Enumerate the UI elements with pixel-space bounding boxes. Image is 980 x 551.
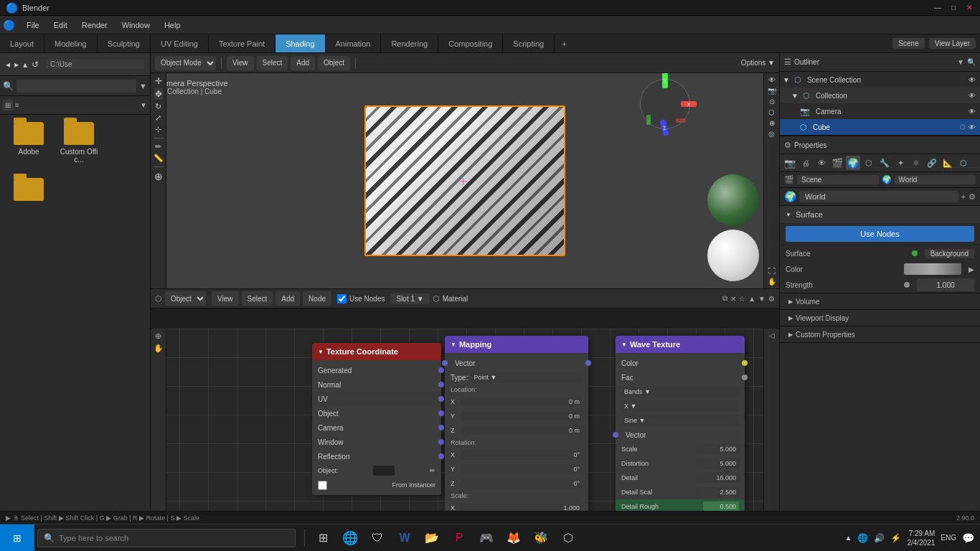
filter-icon[interactable]: ▼ xyxy=(139,82,147,90)
tc-from-instancer[interactable]: From Instancer xyxy=(312,478,441,492)
world-name-label[interactable]: World xyxy=(799,191,958,202)
menu-file[interactable]: File xyxy=(21,19,45,31)
node-mapping[interactable]: ▼ Mapping Vector Type: Point ▼ Location: xyxy=(445,336,588,524)
node-texture-coordinate[interactable]: ▼ Texture Coordinate Generated Normal UV xyxy=(312,343,441,495)
wt-collapse-icon[interactable]: ▼ xyxy=(621,342,627,348)
menu-window[interactable]: Window xyxy=(116,19,156,31)
add-btn[interactable]: Add xyxy=(291,56,315,70)
tab-add[interactable]: + xyxy=(555,37,573,51)
scene-value[interactable]: Scene xyxy=(797,175,879,184)
pi-mat-icon[interactable]: ⬡ xyxy=(956,156,971,170)
render-icon[interactable]: ⬡ xyxy=(768,108,775,116)
cam-eye-icon[interactable]: 👁 xyxy=(969,108,976,116)
search-input[interactable] xyxy=(17,80,136,93)
view-layer-selector[interactable]: View Layer xyxy=(929,38,976,49)
world-settings-icon[interactable]: ⚙ xyxy=(969,192,976,202)
annotate-icon[interactable]: ✏ xyxy=(155,142,161,151)
tree-cube[interactable]: ⬡ Cube ⬡ 👁 xyxy=(780,119,980,135)
taskbar-icon-game[interactable]: 🎮 xyxy=(474,524,499,552)
color-swatch[interactable] xyxy=(904,263,961,275)
copy-icon[interactable]: ⧉ xyxy=(722,294,727,303)
node-object-dropdown[interactable]: Object xyxy=(165,291,206,306)
folder-extra[interactable] xyxy=(7,178,50,204)
menu-edit[interactable]: Edit xyxy=(48,19,73,31)
minimize-btn[interactable]: — xyxy=(933,3,943,13)
volume-icon[interactable]: 🔊 xyxy=(874,533,885,543)
slot-dropdown[interactable]: Slot 1 ▼ xyxy=(390,293,429,304)
tab-rendering[interactable]: Rendering xyxy=(381,34,438,52)
pi-scene-icon[interactable]: 🎬 xyxy=(830,156,844,170)
star-icon[interactable]: ☆ xyxy=(739,295,745,303)
pi-world-icon[interactable]: 🌍 xyxy=(846,156,860,170)
sphere-white[interactable] xyxy=(707,230,759,281)
scene-collection-eye-icon[interactable]: 👁 xyxy=(969,76,976,84)
move-icon[interactable]: ✥ xyxy=(154,88,163,100)
ns-zoom-icon[interactable]: ⊕ xyxy=(155,331,161,341)
col-eye-icon[interactable]: 👁 xyxy=(969,92,976,100)
nav-refresh-icon[interactable]: ↺ xyxy=(32,60,39,70)
pi-particles-icon[interactable]: ✦ xyxy=(893,156,908,170)
cube-preview[interactable]: + xyxy=(364,105,565,256)
up-icon[interactable]: ▲ xyxy=(748,295,755,303)
ns-hand-icon[interactable]: ✋ xyxy=(154,344,164,353)
taskbar-icon-powerpoint[interactable]: P xyxy=(447,524,471,552)
pi-data-icon[interactable]: 📐 xyxy=(941,156,955,170)
sphere-icon[interactable]: ⊙ xyxy=(769,98,775,105)
pan-icon[interactable]: ✋ xyxy=(768,278,776,286)
down-icon[interactable]: ▼ xyxy=(758,295,765,303)
tab-shading[interactable]: Shading xyxy=(275,34,325,52)
nav-up-icon[interactable]: ▴ xyxy=(23,60,27,70)
camera2-icon[interactable]: 📷 xyxy=(768,87,776,95)
scale-icon[interactable]: ⤢ xyxy=(155,113,161,123)
search-bar[interactable]: 🔍 Type here to search xyxy=(37,529,296,547)
fullscreen-icon[interactable]: ⛶ xyxy=(768,267,776,275)
mode-dropdown[interactable]: Object Mode xyxy=(155,56,216,70)
folder-custom-offic[interactable]: Custom Offic... xyxy=(57,122,100,164)
cp-header[interactable]: ▶ Custom Properties xyxy=(780,326,980,342)
taskbar-icon-shield[interactable]: 🛡 xyxy=(365,524,390,552)
use-nodes-checkbox[interactable] xyxy=(337,294,347,303)
start-button[interactable]: ⊞ xyxy=(0,524,34,552)
viewport-3d[interactable]: Camera Perspective (1) Collection | Cube… xyxy=(151,73,779,288)
map-collapse-icon[interactable]: ▼ xyxy=(451,342,456,348)
taskbar-icon-fox[interactable]: 🦊 xyxy=(501,524,526,552)
view-list-icon[interactable]: ≡ xyxy=(15,101,19,109)
tab-animation[interactable]: Animation xyxy=(326,34,382,52)
cube-eye-icon[interactable]: 👁 xyxy=(969,123,976,131)
battery-icon[interactable]: ⚡ xyxy=(890,533,901,543)
pi-constraints-icon[interactable]: 🔗 xyxy=(925,156,939,170)
pi-view-icon[interactable]: 👁 xyxy=(814,156,829,170)
surface-header[interactable]: ▼ Surface xyxy=(780,206,980,223)
xray-icon[interactable]: ◎ xyxy=(768,130,775,138)
overlay-icon[interactable]: ⊕ xyxy=(769,119,775,127)
world-value[interactable]: World xyxy=(895,175,976,184)
measure-icon[interactable]: 📏 xyxy=(154,154,164,163)
viewport-gizmo[interactable]: X Y Z xyxy=(640,79,693,132)
tree-camera[interactable]: 📷 Camera 👁 xyxy=(780,103,980,119)
taskbar-icon-chrome[interactable]: 🌐 xyxy=(338,524,362,552)
pi-obj-icon[interactable]: ⬡ xyxy=(862,156,876,170)
tree-collection[interactable]: ▼ ⬡ Collection 👁 xyxy=(780,88,980,103)
pi-render-icon[interactable]: 📷 xyxy=(783,156,797,170)
outliner-filter-icon[interactable]: ▼ xyxy=(957,58,964,66)
tab-compositing[interactable]: Compositing xyxy=(438,34,503,52)
network-icon[interactable]: 🌐 xyxy=(857,533,868,543)
pi-mod-icon[interactable]: 🔧 xyxy=(877,156,892,170)
node-add-btn[interactable]: Add xyxy=(275,291,300,306)
sphere-env[interactable] xyxy=(707,174,759,226)
delete-icon[interactable]: ✕ xyxy=(730,295,736,303)
transform-icon[interactable]: ⊹ xyxy=(155,125,161,134)
rotate-icon[interactable]: ↻ xyxy=(155,102,161,111)
taskbar-icon-files[interactable]: 📂 xyxy=(420,524,444,552)
select-btn[interactable]: Select xyxy=(257,56,288,70)
options-btn[interactable]: Options ▼ xyxy=(741,59,775,67)
menu-help[interactable]: Help xyxy=(159,19,187,31)
node-canvas[interactable]: ▼ Texture Coordinate Generated Normal UV xyxy=(151,329,779,524)
tab-sculpting[interactable]: Sculpting xyxy=(98,34,151,52)
strength-field[interactable]: 1.000 xyxy=(917,278,974,291)
view-btn[interactable]: View xyxy=(227,56,254,70)
taskbar-icon-3d[interactable]: ⬡ xyxy=(556,524,580,552)
tab-modeling[interactable]: Modeling xyxy=(44,34,98,52)
close-btn[interactable]: ✕ xyxy=(964,3,974,13)
taskbar-icon-word[interactable]: W xyxy=(392,524,417,552)
